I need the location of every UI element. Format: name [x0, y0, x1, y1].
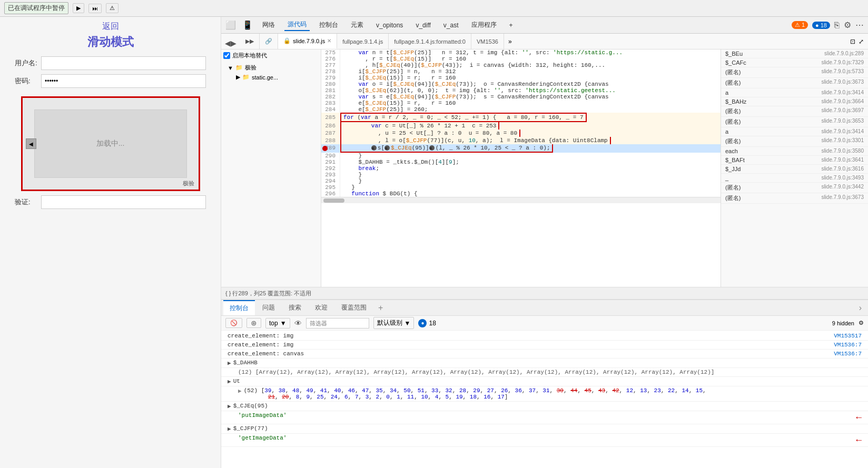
tab-add[interactable]: + — [374, 300, 387, 315]
chevron-down-level-icon: ▼ — [405, 320, 411, 327]
captcha-handle[interactable]: ◀ — [26, 138, 36, 149]
folder-label: 极验 — [245, 64, 257, 72]
devtools-panel: ⬜ 📱 网络 源代码 控制台 元素 v_opitons v_diff v_ast… — [221, 17, 868, 468]
coverage-tab[interactable]: ▶▶ — [240, 34, 260, 49]
chevron-down-icon: ▼ — [280, 320, 287, 327]
var-row-jjd[interactable]: $_JJd slide.7.9.0.js:3616 — [721, 165, 868, 174]
tree-folder-main[interactable]: ▼ 📁 极验 — [223, 63, 319, 73]
tab-issues[interactable]: 问题 — [256, 300, 281, 315]
nav-tab-vopitons[interactable]: v_opitons — [373, 21, 406, 30]
vm-link-3[interactable]: VM1536:7 — [834, 351, 862, 357]
file-tab-fullpage[interactable]: fullpage.9.1.4.js — [337, 34, 389, 49]
var-row-anon2[interactable]: (匿名) slide.7.9.0.js:3673 — [721, 78, 868, 88]
lock-icon: 🔒 — [283, 37, 291, 44]
verify-label: 验证: — [15, 197, 41, 207]
var-row-underscore[interactable]: _ slide.7.9.0.js:3493 — [721, 174, 868, 183]
code-line-278: 278 i[$_CJFP(25)] = n, n = 312 — [321, 68, 721, 75]
arrow-getimage: ← — [856, 435, 862, 445]
nav-tab-elements[interactable]: 元素 — [348, 19, 367, 31]
vm-link-1[interactable]: VM153517 — [834, 333, 862, 339]
hidden-count: 9 hidden — [832, 320, 854, 326]
scroll-x[interactable] — [321, 197, 721, 203]
var-row-anon6[interactable]: (匿名) slide.7.9.0.js:3442 — [721, 183, 868, 193]
top-selector[interactable]: top ▼ — [265, 318, 290, 328]
console-tab-right: › — [855, 300, 866, 315]
back-button[interactable]: 返回 — [102, 21, 119, 32]
tab-close-slide[interactable]: ✕ — [327, 38, 331, 44]
verify-row: 验证: — [15, 195, 206, 209]
vm-link-2[interactable]: VM1536:7 — [834, 342, 862, 348]
nav-tab-vdiff[interactable]: v_diff — [412, 21, 433, 30]
tab-console[interactable]: 控制台 — [223, 300, 255, 315]
var-row-bahz[interactable]: $_BAHz slide.7.9.0.js:3664 — [721, 97, 868, 106]
settings-icon[interactable]: ⚙ — [844, 20, 851, 30]
show-all-button[interactable]: ◎ — [246, 318, 261, 328]
nav-tab-source[interactable]: 源代码 — [284, 19, 310, 31]
console-settings-icon[interactable]: ⚙ — [859, 320, 864, 326]
nav-tab-console[interactable]: 控制台 — [316, 19, 341, 31]
nav-tab-more[interactable]: + — [506, 21, 516, 30]
var-row-a2[interactable]: a slide.7.9.0.js:3414 — [721, 127, 868, 136]
console-line-cjeq95: ▶ $_CJEq(95) — [221, 402, 868, 411]
tab-coverage[interactable]: 覆盖范围 — [335, 300, 373, 315]
expand-cjfp77[interactable]: ▶ — [228, 425, 231, 432]
nav-tab-network[interactable]: 网络 — [259, 19, 278, 31]
device-icon[interactable]: 📱 — [242, 20, 253, 30]
var-row-anon4[interactable]: (匿名) slide.7.9.0.js:3653 — [721, 117, 868, 127]
nav-tab-app[interactable]: 应用程序 — [468, 19, 500, 31]
verify-input[interactable] — [41, 195, 206, 209]
var-row-a1[interactable]: a slide.7.9.0.js:3414 — [721, 88, 868, 97]
file-tab-more[interactable]: » — [504, 34, 516, 49]
play-button[interactable]: ▶ — [73, 3, 84, 13]
var-row-baft[interactable]: $_BAFt slide.7.9.0.js:3641 — [721, 156, 868, 165]
file-tab-linked[interactable]: 🔗 — [260, 34, 278, 49]
chevron-down-icon: ▼ — [228, 65, 233, 71]
tab-welcome[interactable]: 欢迎 — [309, 300, 334, 315]
main-layout: 返回 滑动模式 用户名: 密码: 加载中... ◀ 极验 验证: — [0, 17, 868, 468]
var-row-anon3[interactable]: (匿名) slide.7.9.0.js:3697 — [721, 106, 868, 117]
code-line-291: 291 $_DAHHB = _tkts.$_Dm()[4][9]; — [321, 159, 721, 165]
var-row-cafc[interactable]: $_CAFc slide.7.9.0.js:7329 — [721, 58, 868, 67]
code-line-293: 293 } — [321, 172, 721, 178]
password-input[interactable] — [41, 74, 206, 88]
expand-icon[interactable]: ⤢ — [859, 38, 864, 45]
scroll-thumb-x[interactable] — [323, 198, 344, 203]
file-tab-fullpage-fmt[interactable]: fullpage.9.1.4.js:formatted:0 — [389, 34, 471, 49]
eye-icon[interactable]: 👁 — [294, 319, 302, 327]
file-tab-vm1536[interactable]: VM1536 — [471, 34, 504, 49]
clear-console-button[interactable]: 🚫 — [225, 318, 242, 328]
level-selector[interactable]: 默认级别 ▼ — [373, 317, 415, 329]
warn-icon[interactable]: ⚠ — [106, 3, 119, 13]
nav-tab-vast[interactable]: v_ast — [440, 21, 462, 30]
file-tab-slide[interactable]: 🔒 slide.7.9.0.js ✕ — [278, 34, 337, 49]
code-line-282: 282 var s = e[$_CJEq(94)]($_CJFP(73)); s… — [321, 94, 721, 100]
username-input[interactable] — [41, 56, 206, 70]
expand-ut[interactable]: ▶ — [228, 378, 231, 385]
step-button[interactable]: ⏭ — [88, 4, 102, 13]
var-row-anon7[interactable]: (匿名) slide.7.9.0.js:3673 — [721, 193, 868, 204]
expand-cjeq95[interactable]: ▶ — [228, 403, 231, 410]
inspect-icon[interactable]: ⬜ — [225, 20, 236, 30]
var-row-each[interactable]: each slide.7.9.0.js:3580 — [721, 147, 868, 156]
console-right-arrow[interactable]: › — [855, 303, 866, 313]
nav-right: ⚠ 1 ● 18 ⎘ ⚙ ⋯ — [792, 20, 864, 30]
var-row-beu[interactable]: $_BEu slide.7.9.0.js:289 — [721, 49, 868, 58]
expand-ut-inner[interactable]: ▶ — [238, 387, 242, 394]
share-icon[interactable]: ⎘ — [834, 21, 840, 30]
more-icon[interactable]: ⋯ — [855, 20, 864, 30]
code-line-275: 275 var n = t[$_CJFP(25)] n = 312, t = i… — [321, 49, 721, 56]
coverage-checkbox[interactable] — [223, 52, 230, 59]
format-icon[interactable]: ⊡ — [850, 38, 855, 45]
username-label: 用户名: — [15, 58, 41, 68]
console-panel: 控制台 问题 搜索 欢迎 覆盖范围 + › 🚫 ◎ top ▼ — [221, 300, 868, 468]
tree-folder-sub[interactable]: ▶ 📁 static.ge... — [223, 73, 319, 82]
var-row-anon1[interactable]: (匿名) slide.7.9.0.js:5733 — [721, 67, 868, 78]
var-row-anon5[interactable]: (匿名) slide.7.9.0.js:3301 — [721, 136, 868, 147]
console-line-dahhb-val: (12) [Array(12), Array(12), Array(12), A… — [221, 368, 868, 377]
filter-input[interactable] — [306, 318, 369, 328]
expand-dahhb[interactable]: ▶ — [228, 360, 231, 366]
tab-search[interactable]: 搜索 — [282, 300, 308, 315]
subfolder-label: static.ge... — [252, 74, 278, 81]
code-line-289: 289 ●s[●$_CJEq(95)]●(l, _ % 26 * 10, 25 … — [321, 144, 721, 153]
page-title: 滑动模式 — [87, 34, 134, 50]
